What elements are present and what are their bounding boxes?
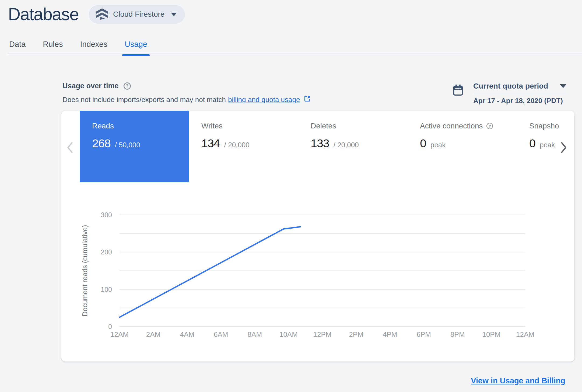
svg-text:10AM: 10AM [279,330,298,338]
product-selector-label: Cloud Firestore [113,10,164,19]
svg-text:12PM: 12PM [313,330,332,338]
chart-y-axis-title: Document reads (cumulative) [81,225,89,317]
svg-text:0: 0 [108,323,112,330]
section-heading: Usage over time [62,82,119,90]
svg-text:10PM: 10PM [482,330,500,338]
help-icon[interactable]: ? [124,82,131,90]
calendar-icon [453,85,463,105]
metric-card-label: Snapsho [529,122,574,130]
chart-gridlines [120,215,525,327]
metric-card-deletes[interactable]: Deletes 133 / 20,000 [298,111,408,182]
svg-text:2PM: 2PM [349,330,363,338]
chevron-left-icon [65,141,75,154]
caret-down-icon [560,84,566,88]
cards-scroll-left-button[interactable] [64,141,76,154]
metric-card-reads[interactable]: Reads 268 / 50,000 [80,111,189,182]
quota-period-label: Current quota period [473,82,548,90]
help-icon[interactable]: ? [486,123,493,129]
metric-card-label: Deletes [311,122,402,130]
metric-card-peak-label: peak [540,141,555,149]
quota-period-dropdown[interactable]: Current quota period Apr 17 - Apr 18, 20… [473,82,566,105]
usage-section-header: Usage over time ? Does not include impor… [62,82,311,105]
quota-period-control: Current quota period Apr 17 - Apr 18, 20… [453,82,566,105]
metric-card-value: 0 [529,137,535,150]
section-description-text: Does not include imports/exports and may… [62,96,226,104]
metric-card-limit: / 50,000 [115,141,140,149]
tab-bar-divider [8,54,582,54]
svg-text:12AM: 12AM [110,330,129,338]
metric-card-value: 134 [201,137,220,150]
chart-y-tick-labels: 0100200300 [101,211,112,330]
firestore-icon [96,8,108,20]
product-selector-dropdown[interactable]: Cloud Firestore [89,5,185,24]
chart-series-line [120,227,300,317]
metric-cards-row: Reads 268 / 50,000 Writes 134 / 20,000 D… [80,111,574,182]
page-header: Database Cloud Firestore [8,4,185,24]
svg-text:8AM: 8AM [248,330,262,338]
section-description: Does not include imports/exports and may… [62,94,311,105]
metric-card-value: 133 [311,137,329,150]
metric-card-limit: / 20,000 [334,141,359,149]
svg-text:300: 300 [101,211,112,219]
svg-text:12AM: 12AM [516,330,534,338]
external-link-icon [303,94,311,105]
svg-text:4PM: 4PM [383,330,397,338]
page-title: Database [8,4,79,24]
view-usage-billing-link[interactable]: View in Usage and Billing [471,376,565,385]
svg-text:2AM: 2AM [146,330,160,338]
cards-scroll-right-button[interactable] [558,141,570,154]
metric-card-limit: / 20,000 [224,141,250,149]
usage-panel: Reads 268 / 50,000 Writes 134 / 20,000 D… [61,111,574,362]
quota-period-range: Apr 17 - Apr 18, 2020 (PDT) [473,97,566,105]
svg-text:6AM: 6AM [214,330,228,338]
metric-card-value: 268 [92,137,111,150]
metric-card-label: Active connections [420,122,483,130]
metric-card-label: Writes [201,122,293,130]
svg-text:8PM: 8PM [450,330,465,338]
metric-card-writes[interactable]: Writes 134 / 20,000 [189,111,298,182]
metric-card-peak-label: peak [430,141,446,149]
caret-down-icon [171,13,177,16]
chevron-right-icon [558,141,569,154]
svg-text:4AM: 4AM [180,330,194,338]
billing-quota-usage-link[interactable]: billing and quota usage [228,96,300,104]
svg-text:100: 100 [101,286,112,293]
metric-card-active-connections[interactable]: Active connections ? 0 peak [408,111,517,182]
metric-card-label: Reads [92,122,184,130]
svg-text:6PM: 6PM [417,330,431,338]
chart-x-tick-labels: 12AM2AM4AM6AM8AM10AM12PM2PM4PM6PM8PM10PM… [110,330,534,338]
metric-card-value: 0 [420,137,426,150]
svg-text:200: 200 [101,248,112,256]
